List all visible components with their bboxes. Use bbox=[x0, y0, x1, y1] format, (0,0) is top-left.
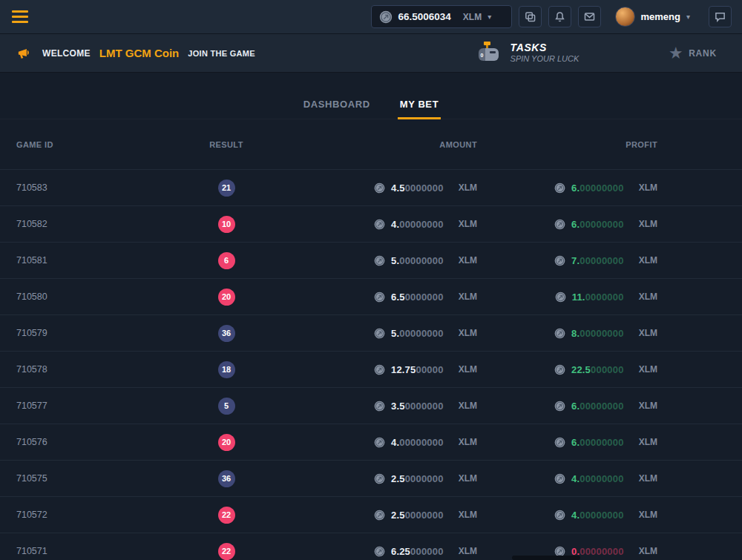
coin-icon bbox=[554, 510, 565, 521]
table-row[interactable]: 710578 18 12.7500000 XLM bbox=[0, 351, 742, 387]
amount-unit: XLM bbox=[459, 364, 477, 375]
amount-unit: XLM bbox=[459, 182, 477, 193]
profit-cell: 6.00000000 XLM bbox=[554, 401, 657, 412]
game-id-cell: 710578 bbox=[0, 364, 186, 375]
profit-cell: 6.00000000 XLM bbox=[554, 219, 657, 230]
amount-zeros: 0000000 bbox=[405, 473, 444, 484]
profit-zeros: 00000000 bbox=[580, 182, 623, 194]
amount-main: 2.5 bbox=[391, 473, 405, 484]
table-row[interactable]: 710581 6 5.00000000 XLM bbox=[0, 242, 742, 278]
amount-cell: 4.50000000 XLM bbox=[374, 182, 477, 194]
table-row[interactable]: 710577 5 3.50000000 XLM bbox=[0, 387, 742, 424]
coin-icon bbox=[554, 437, 565, 448]
result-badge: 6 bbox=[218, 252, 235, 269]
coin-icon bbox=[374, 510, 385, 521]
col-game-id: GAME ID bbox=[0, 140, 186, 149]
profit-cell: 8.00000000 XLM bbox=[554, 328, 657, 339]
rank-link[interactable]: ★ RANK bbox=[669, 46, 717, 60]
col-amount: AMOUNT bbox=[267, 140, 486, 149]
table-row[interactable]: 710572 22 2.50000000 XLM bbox=[0, 496, 742, 533]
topbar-right: 66.5006034 XLM ▾ memeng ▾ bbox=[371, 5, 732, 28]
amount-unit: XLM bbox=[459, 291, 477, 302]
game-id-cell: 710572 bbox=[0, 510, 186, 520]
profit-zeros: 000000 bbox=[591, 364, 624, 375]
profit-zeros: 00000000 bbox=[580, 401, 623, 412]
coin-icon bbox=[554, 364, 565, 375]
amount-zeros: 00000000 bbox=[399, 437, 443, 448]
table-row[interactable]: 710582 10 4.00000000 XLM bbox=[0, 205, 742, 242]
balance-amount: 66.5006034 bbox=[398, 11, 451, 22]
profit-zeros: 0000000 bbox=[585, 291, 624, 303]
profit-cell: 4.00000000 XLM bbox=[554, 473, 657, 484]
cards-button[interactable] bbox=[519, 6, 542, 27]
bell-icon bbox=[554, 11, 565, 22]
amount-cell: 12.7500000 XLM bbox=[374, 364, 477, 375]
amount-main: 6.25 bbox=[391, 546, 410, 557]
profit-main: 4. bbox=[571, 473, 580, 484]
user-menu[interactable]: memeng ▾ bbox=[615, 7, 691, 27]
welcome-label: WELCOME bbox=[42, 48, 91, 59]
profit-zeros: 00000000 bbox=[580, 546, 623, 557]
profit-cell: 6.00000000 XLM bbox=[554, 437, 657, 448]
game-id-cell: 710583 bbox=[0, 182, 186, 193]
amount-unit: XLM bbox=[459, 473, 477, 484]
tasks-subtitle: SPIN YOUR LUCK bbox=[510, 54, 580, 65]
col-profit: PROFIT bbox=[486, 140, 657, 149]
coin-icon bbox=[374, 182, 385, 194]
amount-cell: 2.50000000 XLM bbox=[374, 473, 477, 484]
profit-main: 11. bbox=[572, 291, 585, 303]
announcement-message: WELCOME LMT GCM Coin JOIN THE GAME bbox=[16, 45, 255, 62]
amount-main: 6.5 bbox=[391, 291, 405, 303]
coin-icon bbox=[374, 546, 385, 557]
profit-main: 7. bbox=[571, 255, 580, 266]
game-id-cell: 710582 bbox=[0, 219, 186, 229]
table-row[interactable]: 710580 20 6.50000000 XLM bbox=[0, 278, 742, 314]
result-badge: 21 bbox=[218, 179, 235, 197]
balance-selector[interactable]: 66.5006034 XLM ▾ bbox=[371, 5, 512, 28]
horizontal-scrollbar-thumb[interactable] bbox=[512, 556, 580, 560]
coin-icon bbox=[374, 219, 385, 230]
amount-zeros: 0000000 bbox=[405, 401, 444, 412]
profit-unit: XLM bbox=[639, 437, 657, 447]
profit-unit: XLM bbox=[639, 510, 657, 520]
notifications-button[interactable] bbox=[548, 6, 571, 27]
coin-icon bbox=[554, 401, 565, 412]
profit-unit: XLM bbox=[639, 328, 657, 338]
messages-button[interactable] bbox=[578, 6, 601, 27]
table-row[interactable]: 710575 36 2.50000000 XLM bbox=[0, 460, 742, 496]
result-badge: 5 bbox=[218, 398, 235, 415]
tasks-link[interactable]: 0 TASKS SPIN YOUR LUCK bbox=[473, 41, 580, 66]
table-row[interactable]: 710571 22 6.25000000 XLM bbox=[0, 533, 742, 560]
profit-unit: XLM bbox=[639, 473, 657, 484]
profit-main: 6. bbox=[571, 437, 580, 448]
tab-dashboard[interactable]: DASHBOARD bbox=[301, 92, 372, 119]
profit-zeros: 00000000 bbox=[580, 437, 623, 448]
coin-icon bbox=[374, 328, 385, 339]
amount-cell: 3.50000000 XLM bbox=[374, 401, 477, 412]
username: memeng bbox=[641, 11, 680, 22]
game-id-cell: 710577 bbox=[0, 401, 186, 411]
mailbox-icon: 0 bbox=[473, 41, 503, 66]
result-badge: 18 bbox=[218, 361, 235, 378]
chat-toggle-button[interactable] bbox=[709, 6, 732, 27]
coin-icon bbox=[554, 328, 565, 339]
table-row[interactable]: 710579 36 5.00000000 XLM bbox=[0, 314, 742, 351]
amount-zeros: 00000000 bbox=[399, 255, 443, 266]
coin-icon bbox=[374, 291, 385, 303]
amount-cell: 4.00000000 XLM bbox=[374, 437, 477, 448]
announcement-right: 0 TASKS SPIN YOUR LUCK ★ RANK bbox=[473, 41, 726, 66]
table-row[interactable]: 710576 20 4.00000000 XLM bbox=[0, 424, 742, 460]
amount-main: 4. bbox=[391, 437, 399, 448]
tab-my-bet[interactable]: MY BET bbox=[398, 92, 441, 119]
table-row[interactable]: 710583 21 4.50000000 XLM bbox=[0, 169, 742, 205]
coin-icon bbox=[374, 437, 385, 448]
result-badge: 20 bbox=[218, 289, 235, 306]
amount-unit: XLM bbox=[459, 546, 477, 556]
profit-zeros: 00000000 bbox=[580, 473, 623, 484]
profit-zeros: 00000000 bbox=[580, 328, 623, 339]
menu-button[interactable] bbox=[10, 9, 30, 24]
join-label: JOIN THE GAME bbox=[188, 49, 255, 58]
amount-unit: XLM bbox=[459, 401, 477, 411]
amount-cell: 5.00000000 XLM bbox=[374, 255, 477, 266]
coin-icon bbox=[374, 401, 385, 412]
